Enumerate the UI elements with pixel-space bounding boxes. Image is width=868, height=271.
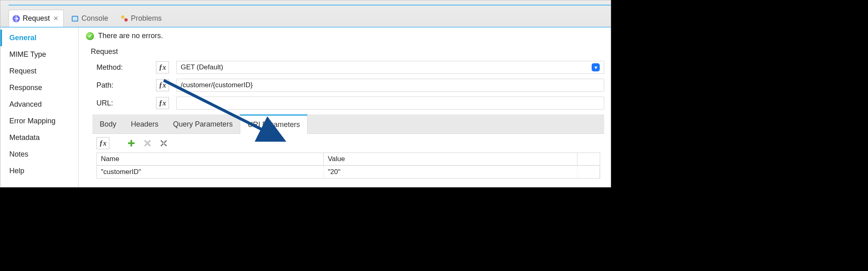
add-icon[interactable]: [126, 138, 137, 149]
close-icon[interactable]: ✕: [53, 15, 58, 22]
subtab-body[interactable]: Body: [92, 114, 124, 133]
path-label: Path:: [85, 81, 156, 90]
globe-arrow-icon: [12, 15, 20, 23]
fx-button-path[interactable]: ƒx: [156, 79, 169, 91]
section-title: Request: [83, 43, 607, 58]
subtab-uri-parameters[interactable]: URI Parameters: [240, 114, 308, 134]
fx-button-url[interactable]: ƒx: [156, 97, 169, 109]
method-value: GET (Default): [181, 63, 223, 71]
sidebar-item-response[interactable]: Response: [0, 80, 78, 96]
cell-value[interactable]: "20": [324, 166, 577, 178]
sidebar-item-mime-type[interactable]: MIME Type: [0, 46, 78, 63]
body: General MIME Type Request Response Advan…: [0, 28, 611, 187]
sidebar-item-advanced[interactable]: Advanced: [0, 96, 78, 113]
fx-button-method[interactable]: ƒx: [156, 61, 169, 73]
table-header-row: Name Value: [97, 153, 600, 166]
tab-console[interactable]: Console: [68, 10, 113, 27]
table-row[interactable]: "customerID" "20": [97, 166, 600, 178]
window: Request ✕ Console Problems: [0, 0, 611, 187]
param-toolbar: ƒx: [85, 134, 604, 153]
subtab-headers[interactable]: Headers: [124, 114, 166, 133]
console-icon: [71, 15, 79, 23]
remove-icon[interactable]: [142, 138, 153, 149]
tab-console-label: Console: [81, 14, 108, 23]
fx-button-params[interactable]: ƒx: [96, 137, 109, 149]
sidebar: General MIME Type Request Response Advan…: [0, 28, 79, 187]
col-header-name[interactable]: Name: [97, 153, 324, 165]
status-bar: ✔ There are no errors.: [83, 28, 607, 43]
sidebar-item-notes[interactable]: Notes: [0, 146, 78, 163]
param-subtabs: Body Headers Query Parameters URI Parame…: [92, 114, 604, 134]
method-select[interactable]: GET (Default) ▾: [176, 61, 604, 74]
tab-request-label: Request: [23, 14, 50, 23]
col-header-value[interactable]: Value: [324, 153, 577, 165]
main-panel: ✔ There are no errors. Request Method: ƒ…: [79, 28, 611, 187]
svg-point-4: [124, 18, 128, 22]
subtab-query-parameters[interactable]: Query Parameters: [166, 114, 240, 133]
param-table: Name Value "customerID" "20": [96, 153, 600, 179]
svg-point-3: [121, 15, 124, 19]
sidebar-item-metadata[interactable]: Metadata: [0, 129, 78, 146]
cell-name[interactable]: "customerID": [97, 166, 324, 178]
sidebar-item-help[interactable]: Help: [0, 163, 78, 179]
col-header-tail: [577, 153, 600, 165]
sidebar-item-request[interactable]: Request: [0, 63, 78, 80]
sidebar-item-error-mapping[interactable]: Error Mapping: [0, 113, 78, 129]
svg-rect-6: [128, 142, 135, 144]
tools-icon[interactable]: [158, 138, 169, 149]
path-input[interactable]: /customer/{customerID}: [176, 79, 604, 92]
cell-tail: [577, 166, 600, 178]
problems-icon: [120, 15, 128, 23]
path-value: /customer/{customerID}: [181, 81, 253, 89]
row-url: URL: ƒx: [85, 94, 604, 112]
tab-problems[interactable]: Problems: [117, 10, 167, 27]
row-path: Path: ƒx /customer/{customerID}: [85, 76, 604, 94]
tab-request[interactable]: Request ✕: [9, 10, 64, 27]
method-label: Method:: [85, 63, 156, 72]
row-method: Method: ƒx GET (Default) ▾: [85, 58, 604, 76]
request-panel: Method: ƒx GET (Default) ▾ Path: ƒx /cus…: [85, 58, 604, 179]
url-label: URL:: [85, 99, 156, 108]
chevron-down-icon: ▾: [592, 63, 600, 71]
tab-problems-label: Problems: [131, 14, 162, 23]
top-tab-bar: Request ✕ Console Problems: [0, 0, 611, 28]
check-icon: ✔: [86, 32, 94, 40]
svg-rect-2: [73, 17, 77, 21]
sidebar-item-general[interactable]: General: [0, 30, 78, 46]
url-input[interactable]: [176, 97, 604, 110]
status-text: There are no errors.: [98, 32, 163, 40]
